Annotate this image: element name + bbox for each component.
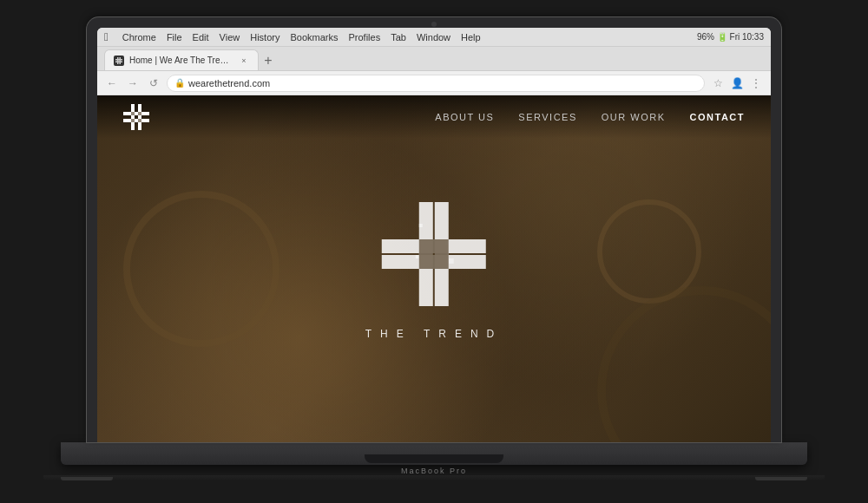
menu-view[interactable]: View [220, 32, 240, 42]
url-text: wearethetrend.com [188, 78, 270, 88]
svg-rect-4 [131, 104, 135, 130]
svg-rect-9 [138, 112, 141, 115]
svg-rect-10 [131, 119, 135, 122]
menu-window[interactable]: Window [417, 32, 450, 42]
hero-logo-svg [378, 198, 490, 310]
hero-center: THE TREND [365, 198, 503, 340]
deco-circle-1 [123, 191, 279, 347]
site-navigation: ABOUT US SERVICES OUR WORK CONTACT [97, 95, 771, 139]
svg-rect-2 [115, 59, 122, 61]
nav-our-work[interactable]: OUR WORK [602, 112, 666, 122]
svg-rect-3 [115, 61, 122, 62]
nav-services[interactable]: SERVICES [518, 112, 576, 122]
svg-rect-0 [117, 57, 119, 64]
website-content: ABOUT US SERVICES OUR WORK CONTACT [97, 95, 771, 442]
bookmark-star-icon[interactable]: ☆ [710, 75, 726, 91]
address-right-controls: ☆ 👤 ⋮ [710, 75, 764, 91]
forward-button[interactable]: → [125, 75, 141, 91]
hero-tagline: THE TREND [365, 328, 503, 340]
address-bar: ← → ↺ 🔒 wearethetrend.com ☆ 👤 ⋮ [97, 71, 771, 95]
menu-profiles[interactable]: Profiles [349, 32, 381, 42]
menu-file[interactable]: File [167, 32, 182, 42]
svg-rect-6 [123, 112, 149, 115]
camera [431, 22, 437, 27]
svg-rect-7 [123, 119, 149, 122]
menu-right: 96% 🔋 Fri 10:33 [697, 32, 764, 42]
hero-section: ABOUT US SERVICES OUR WORK CONTACT [97, 95, 771, 442]
site-logo[interactable] [123, 104, 149, 130]
menu-icon[interactable]: ⋮ [748, 75, 764, 91]
back-button[interactable]: ← [104, 75, 120, 91]
menu-edit[interactable]: Edit [193, 32, 209, 42]
laptop-model-label: MacBook Pro [401, 467, 467, 475]
active-tab[interactable]: Home | We Are The Trend | Fu... × [104, 49, 259, 70]
screen-bezel:  Chrome File Edit View History Bookmark… [87, 17, 781, 442]
browser-chrome:  Chrome File Edit View History Bookmark… [97, 28, 771, 442]
tabs-bar: Home | We Are The Trend | Fu... × + [97, 47, 771, 71]
svg-rect-5 [138, 104, 141, 130]
tab-close-button[interactable]: × [239, 56, 249, 66]
svg-rect-19 [449, 258, 454, 264]
account-icon[interactable]: 👤 [729, 75, 745, 91]
menu-help[interactable]: Help [461, 32, 481, 42]
nav-contact[interactable]: CONTACT [690, 112, 745, 122]
laptop-notch [365, 454, 503, 463]
svg-rect-16 [419, 224, 423, 227]
laptop-base [61, 442, 807, 465]
menu-history[interactable]: History [250, 32, 279, 42]
svg-rect-1 [120, 57, 122, 64]
nav-links: ABOUT US SERVICES OUR WORK CONTACT [435, 112, 745, 122]
apple-menu[interactable]:  [104, 30, 108, 43]
svg-rect-20 [419, 239, 449, 269]
svg-rect-11 [138, 119, 141, 122]
tab-favicon [114, 56, 124, 66]
status-right: 96% 🔋 Fri 10:33 [697, 32, 764, 42]
lock-icon: 🔒 [174, 78, 185, 88]
logo-svg [123, 104, 149, 130]
menu-chrome[interactable]: Chrome [122, 32, 156, 42]
menu-items: Chrome File Edit View History Bookmarks … [122, 32, 481, 42]
macos-menubar:  Chrome File Edit View History Bookmark… [97, 28, 771, 47]
url-bar[interactable]: 🔒 wearethetrend.com [167, 75, 705, 92]
svg-rect-18 [416, 255, 419, 258]
nav-about-us[interactable]: ABOUT US [435, 112, 494, 122]
menu-bookmarks[interactable]: Bookmarks [290, 32, 338, 42]
reload-button[interactable]: ↺ [146, 75, 161, 91]
new-tab-button[interactable]: + [259, 51, 278, 70]
svg-rect-8 [131, 112, 135, 115]
laptop-shell:  Chrome File Edit View History Bookmark… [61, 17, 807, 486]
menu-tab[interactable]: Tab [391, 32, 406, 42]
laptop-feet [43, 475, 825, 480]
tab-title: Home | We Are The Trend | Fu... [129, 56, 233, 65]
